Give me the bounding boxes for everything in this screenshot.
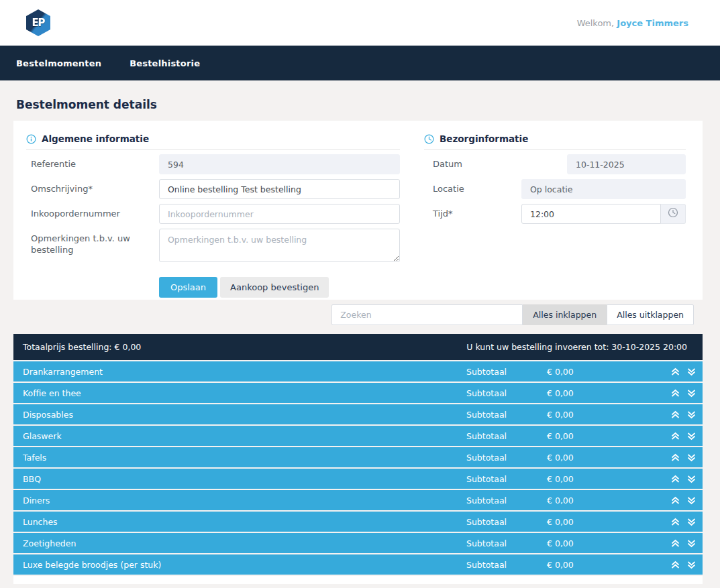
category-row-actions bbox=[670, 432, 697, 440]
referentie-label: Referentie bbox=[26, 154, 159, 174]
referentie-row: Referentie bbox=[26, 154, 400, 174]
double-chevron-up-icon[interactable] bbox=[670, 367, 680, 376]
nav-item-bestelmomenten[interactable]: Bestelmomenten bbox=[16, 58, 101, 68]
subtotal-value: € 0,00 bbox=[547, 367, 574, 377]
expand-all-button[interactable]: Alles uitklappen bbox=[607, 304, 694, 325]
locatie-row: Locatie bbox=[424, 179, 686, 199]
subtotal-value: € 0,00 bbox=[547, 453, 574, 463]
confirm-purchase-button[interactable]: Aankoop bevestigen bbox=[220, 277, 329, 298]
double-chevron-down-icon[interactable] bbox=[686, 561, 697, 569]
opmerkingen-label: Opmerkingen t.b.v. uw bestelling bbox=[26, 229, 159, 265]
subtotal-label: Subtotaal bbox=[466, 538, 507, 548]
double-chevron-down-icon[interactable] bbox=[686, 475, 697, 483]
category-name: Lunches bbox=[13, 517, 58, 527]
save-button[interactable]: Opslaan bbox=[159, 277, 217, 298]
inkoopordernummer-label: Inkoopordernummer bbox=[26, 204, 159, 224]
double-chevron-down-icon[interactable] bbox=[686, 539, 697, 548]
order-deadline-value: 30-10-2025 20:00 bbox=[611, 342, 687, 352]
omschrijving-field[interactable] bbox=[159, 179, 400, 199]
double-chevron-up-icon[interactable] bbox=[670, 410, 680, 419]
category-name: Tafels bbox=[13, 453, 46, 463]
order-deadline: U kunt uw bestelling invoeren tot: 30-10… bbox=[466, 342, 687, 352]
general-info-header: Algemene informatie bbox=[26, 133, 400, 150]
total-price-amount: € 0,00 bbox=[115, 342, 142, 352]
subtotal-label: Subtotaal bbox=[466, 495, 507, 506]
category-name: Luxe belegde broodjes (per stuk) bbox=[13, 560, 161, 570]
search-input[interactable] bbox=[331, 304, 523, 325]
category-row[interactable]: Disposables Subtotaal € 0,00 bbox=[13, 404, 703, 424]
general-info-section: Algemene informatie Referentie Omschrijv… bbox=[26, 133, 400, 298]
double-chevron-down-icon[interactable] bbox=[686, 453, 697, 462]
subtotal-value: € 0,00 bbox=[547, 410, 574, 420]
category-name: Diners bbox=[13, 495, 50, 506]
subtotal-label: Subtotaal bbox=[466, 367, 507, 377]
category-row-actions bbox=[670, 475, 697, 483]
delivery-info-header: Bezorginformatie bbox=[424, 133, 686, 150]
category-name: Koffie en thee bbox=[13, 388, 81, 398]
subtotal-value: € 0,00 bbox=[547, 517, 574, 527]
logo-text: EP bbox=[32, 17, 44, 29]
category-row[interactable]: BBQ Subtotaal € 0,00 bbox=[13, 469, 703, 489]
category-row-actions bbox=[670, 518, 697, 526]
category-row-actions bbox=[670, 539, 697, 548]
category-row[interactable]: Drankarrangement Subtotaal € 0,00 bbox=[13, 361, 703, 381]
order-total-bar: Totaalprijs bestelling: € 0,00 U kunt uw… bbox=[13, 334, 703, 360]
subtotal-label: Subtotaal bbox=[466, 560, 507, 570]
user-name-link[interactable]: Joyce Timmers bbox=[617, 18, 688, 28]
category-content-strip bbox=[13, 576, 703, 584]
page-title: Bestelmoment details bbox=[16, 99, 720, 111]
double-chevron-down-icon[interactable] bbox=[686, 518, 697, 526]
subtotal-label: Subtotaal bbox=[466, 474, 507, 484]
double-chevron-down-icon[interactable] bbox=[686, 432, 697, 440]
category-row[interactable]: Glaswerk Subtotaal € 0,00 bbox=[13, 426, 703, 446]
category-row[interactable]: Luxe belegde broodjes (per stuk) Subtota… bbox=[13, 554, 703, 575]
category-row[interactable]: Zoetigheden Subtotaal € 0,00 bbox=[13, 533, 703, 553]
inkoopordernummer-field[interactable] bbox=[159, 204, 400, 224]
category-row[interactable]: Lunches Subtotaal € 0,00 bbox=[13, 512, 703, 532]
double-chevron-up-icon[interactable] bbox=[670, 518, 680, 526]
double-chevron-up-icon[interactable] bbox=[670, 389, 680, 398]
datum-field bbox=[567, 154, 686, 174]
double-chevron-up-icon[interactable] bbox=[670, 561, 680, 569]
general-info-title: Algemene informatie bbox=[42, 133, 149, 144]
subtotal-label: Subtotaal bbox=[466, 410, 507, 420]
subtotal-value: € 0,00 bbox=[547, 495, 574, 506]
clock-icon bbox=[424, 134, 434, 144]
category-row-actions bbox=[670, 453, 697, 462]
double-chevron-up-icon[interactable] bbox=[670, 496, 680, 505]
subtotal-label: Subtotaal bbox=[466, 517, 507, 527]
category-name: Drankarrangement bbox=[13, 367, 103, 377]
collapse-all-button[interactable]: Alles inklappen bbox=[523, 304, 607, 325]
category-row[interactable]: Koffie en thee Subtotaal € 0,00 bbox=[13, 383, 703, 403]
double-chevron-down-icon[interactable] bbox=[686, 496, 697, 505]
form-actions: Opslaan Aankoop bevestigen bbox=[159, 277, 400, 298]
double-chevron-up-icon[interactable] bbox=[670, 539, 680, 548]
double-chevron-up-icon[interactable] bbox=[670, 453, 680, 462]
total-price-label: Totaalprijs bestelling: bbox=[23, 342, 112, 352]
opmerkingen-field[interactable] bbox=[159, 229, 400, 262]
category-row[interactable]: Diners Subtotaal € 0,00 bbox=[13, 490, 703, 510]
double-chevron-down-icon[interactable] bbox=[686, 410, 697, 419]
double-chevron-up-icon[interactable] bbox=[670, 475, 680, 483]
category-row-actions bbox=[670, 496, 697, 505]
subtotal-label: Subtotaal bbox=[466, 453, 507, 463]
order-deadline-label: U kunt uw bestelling invoeren tot: bbox=[466, 342, 609, 352]
company-logo: EP bbox=[23, 7, 53, 39]
category-row-actions bbox=[670, 561, 697, 569]
subtotal-value: € 0,00 bbox=[547, 560, 574, 570]
double-chevron-down-icon[interactable] bbox=[686, 389, 697, 398]
tijd-field[interactable] bbox=[521, 204, 661, 224]
referentie-field bbox=[159, 154, 400, 174]
nav-item-bestelhistorie[interactable]: Bestelhistorie bbox=[130, 58, 200, 68]
time-picker-button[interactable] bbox=[661, 204, 686, 224]
omschrijving-label: Omschrijving* bbox=[26, 179, 159, 199]
category-row[interactable]: Tafels Subtotaal € 0,00 bbox=[13, 447, 703, 467]
welcome-prefix: Welkom, bbox=[577, 18, 615, 28]
filter-toolbar: Alles inklappen Alles uitklappen bbox=[13, 304, 703, 325]
category-row-actions bbox=[670, 367, 697, 376]
double-chevron-up-icon[interactable] bbox=[670, 432, 680, 440]
datum-label: Datum bbox=[424, 154, 521, 174]
welcome-message: Welkom, Joyce Timmers bbox=[577, 18, 688, 28]
double-chevron-down-icon[interactable] bbox=[686, 367, 697, 376]
clock-icon bbox=[668, 207, 678, 221]
